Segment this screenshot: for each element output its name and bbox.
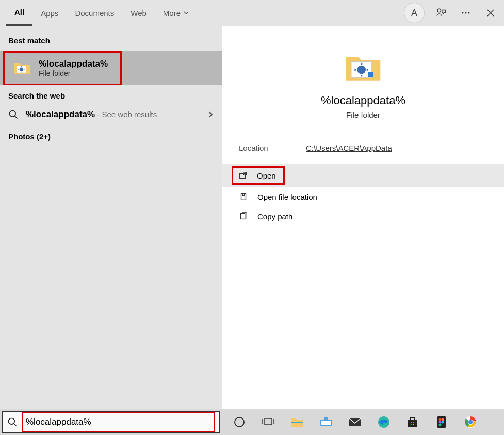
action-open-location-label: Open file location (257, 192, 317, 201)
edge-icon[interactable] (377, 415, 391, 429)
svg-point-30 (439, 418, 442, 421)
best-match-result[interactable]: %localappdata% File folder (3, 51, 122, 85)
search-icon (8, 109, 19, 120)
tab-all[interactable]: All (6, 0, 32, 26)
search-web-header: Search the web (0, 87, 222, 104)
store-icon[interactable] (405, 415, 420, 429)
svg-rect-20 (321, 421, 331, 425)
svg-rect-26 (413, 422, 414, 423)
svg-point-8 (357, 66, 366, 74)
web-search-result[interactable]: %localappdata% - See web results (0, 104, 222, 125)
more-options-icon[interactable] (458, 5, 474, 21)
svg-point-6 (10, 111, 16, 117)
photos-header[interactable]: Photos (2+) (0, 125, 222, 148)
svg-rect-12 (241, 214, 245, 219)
location-label: Location (239, 143, 306, 152)
taskbar (0, 409, 504, 435)
web-query: %localappdata% (26, 109, 95, 119)
file-explorer-icon[interactable] (290, 415, 304, 429)
tab-documents[interactable]: Documents (67, 0, 122, 26)
svg-point-34 (439, 424, 442, 426)
action-copy-path[interactable]: Copy path (222, 206, 504, 226)
tab-apps[interactable]: Apps (32, 0, 67, 26)
tab-more[interactable]: More (155, 0, 197, 26)
copy-icon (239, 212, 248, 221)
svg-rect-27 (411, 424, 412, 425)
preview-title: %localappdata% (233, 94, 494, 107)
svg-point-13 (9, 418, 15, 425)
search-input[interactable] (26, 417, 210, 427)
preview-pane: %localappdata% File folder Location C:\U… (222, 26, 504, 409)
best-match-subtitle: File folder (39, 69, 108, 77)
svg-point-32 (439, 421, 442, 424)
folder-icon (343, 46, 384, 88)
svg-point-3 (468, 12, 470, 14)
svg-point-37 (468, 420, 473, 424)
results-pane: Best match %localappdata% File folder Se (0, 26, 222, 409)
location-path[interactable]: C:\Users\ACER\AppData (306, 143, 392, 152)
chevron-down-icon (184, 10, 189, 15)
svg-point-5 (20, 68, 24, 72)
user-avatar[interactable]: A (404, 3, 425, 23)
tab-more-label: More (163, 9, 181, 18)
tab-web[interactable]: Web (122, 0, 155, 26)
svg-rect-15 (265, 418, 272, 425)
close-icon[interactable] (482, 5, 499, 21)
svg-rect-9 (368, 72, 373, 77)
folder-icon (13, 59, 31, 77)
action-open-location[interactable]: Open file location (222, 187, 504, 206)
svg-point-2 (465, 12, 467, 14)
svg-rect-25 (411, 422, 412, 423)
action-copy-path-label: Copy path (257, 212, 292, 221)
best-match-title: %localappdata% (39, 59, 108, 69)
preview-subtitle: File folder (233, 110, 494, 119)
search-box[interactable] (2, 411, 220, 433)
mail-icon[interactable] (348, 415, 362, 429)
action-open-label: Open (257, 171, 276, 180)
folder-location-icon (239, 192, 248, 201)
search-tabs: All Apps Documents Web More A (0, 0, 504, 26)
svg-rect-18 (291, 422, 303, 423)
svg-rect-21 (324, 417, 328, 420)
chrome-icon[interactable] (463, 415, 478, 429)
web-hint: - See web results (95, 110, 157, 119)
action-open[interactable]: Open (222, 164, 504, 187)
best-match-header: Best match (0, 32, 222, 49)
svg-rect-28 (413, 424, 414, 425)
keyboard-app-icon[interactable] (319, 415, 333, 429)
svg-point-1 (462, 12, 464, 14)
svg-point-31 (442, 418, 444, 421)
feedback-icon[interactable] (433, 5, 449, 21)
svg-point-33 (442, 421, 444, 424)
cortana-icon[interactable] (232, 415, 247, 429)
svg-point-14 (235, 417, 244, 427)
chevron-right-icon (207, 111, 214, 118)
search-icon (7, 417, 18, 427)
figma-icon[interactable] (434, 415, 449, 429)
task-view-icon[interactable] (261, 415, 275, 429)
svg-point-0 (437, 9, 441, 12)
open-icon (238, 171, 248, 180)
